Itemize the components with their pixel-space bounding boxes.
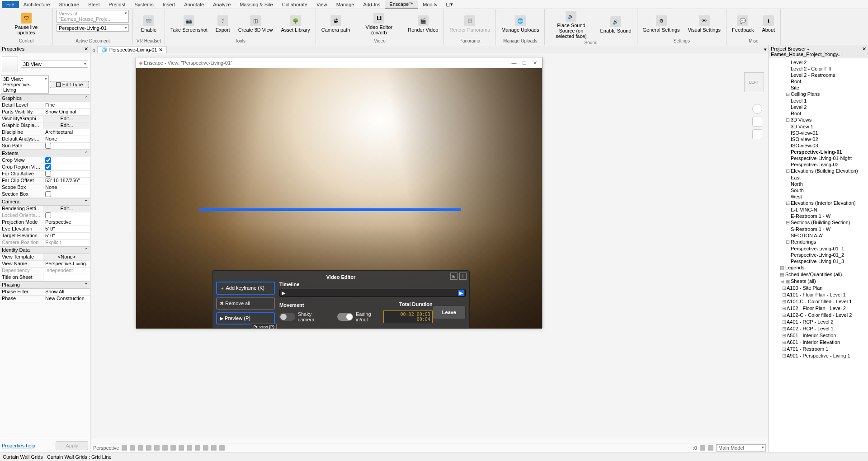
tree-node[interactable]: ⊞A101 - Floor Plan - Level 1 (769, 292, 868, 298)
prop-row[interactable]: Title on Sheet (0, 274, 90, 281)
prop-section-phasing[interactable]: Phasing⌃ (0, 281, 90, 289)
tree-node[interactable]: Roof (769, 110, 868, 117)
prop-row[interactable]: Projection ModePerspective (0, 219, 90, 226)
prop-section-extents[interactable]: Extents⌃ (0, 150, 90, 157)
vc-filter-icon[interactable] (700, 445, 705, 451)
vc-icon-6[interactable] (162, 445, 168, 451)
view-scope-combo[interactable]: 3D View: Perspective-Living (1, 75, 49, 94)
tree-node[interactable]: ⊞A701 - Restroom 1 (769, 346, 868, 353)
add-keyframe-button[interactable]: ＋ Add keyframe (K) (216, 282, 275, 295)
prop-row[interactable]: Phase FilterShow All (0, 289, 90, 296)
vc-icon-12[interactable] (211, 445, 217, 451)
tree-node[interactable]: ⊟Sections (Building Section) (769, 219, 868, 226)
screenshot-button[interactable]: 📷Take Screenshot (169, 14, 209, 33)
vc-icon-4[interactable] (146, 445, 151, 451)
tree-node[interactable]: ⊞A401 - RCP - Level 2 (769, 319, 868, 325)
enscape-window[interactable]: ◆ Enscape - View: "Perspective-Living-01… (136, 57, 542, 328)
nav-pan-icon[interactable] (752, 129, 762, 139)
views-combo[interactable]: Views of "Eames_House_Proje... (57, 10, 129, 23)
preview-button[interactable]: ▶ Preview (P) Preview (P) (216, 312, 275, 325)
win-min-icon[interactable]: — (509, 60, 519, 66)
tree-node[interactable]: E-LIVING-N (769, 207, 868, 213)
tab-options-icon[interactable]: ▾ (764, 47, 767, 52)
prop-row[interactable]: Default Analysis Di...None (0, 136, 90, 143)
prop-section-camera[interactable]: Camera⌃ (0, 198, 90, 206)
tree-node[interactable]: ⊞A501 - Interior Section (769, 332, 868, 339)
tree-node[interactable]: Perspective-Living-01_1 (769, 245, 868, 252)
tree-node[interactable]: Perspective-Living-01_3 (769, 258, 868, 264)
remove-all-button[interactable]: ✖ Remove all (216, 297, 275, 310)
apply-button[interactable]: Apply (56, 441, 88, 450)
tree-node[interactable]: Level 2 - Restrooms (769, 72, 868, 78)
tree-node[interactable]: ⊞A402 - RCP - Level 1 (769, 325, 868, 332)
enable-sound-button[interactable]: 🔊Enable Sound (598, 15, 633, 34)
tree-node[interactable]: ISO-view-02 (769, 136, 868, 142)
video-editor-toggle-button[interactable]: 🎞Video Editor (on/off) (356, 12, 401, 36)
place-sound-button[interactable]: 🔈Place Sound Source (on selected face) (548, 10, 594, 40)
prop-row[interactable]: Rendering SettingsEdit... (0, 206, 90, 212)
tree-node[interactable]: S-Restroom 1 - W (769, 226, 868, 232)
menu-tab-enscape-[interactable]: Enscape™ (385, 0, 418, 9)
prop-row[interactable]: Camera PositionExplicit (0, 240, 90, 246)
edit-type-button[interactable]: 🔲 Edit Type (50, 81, 90, 88)
shaky-camera-toggle[interactable] (279, 313, 295, 321)
tree-node[interactable]: West (769, 193, 868, 200)
prop-row[interactable]: Detail LevelFine (0, 102, 90, 109)
tree-node[interactable]: ⊟3D Views (769, 117, 868, 123)
current-view-combo[interactable]: Perspective-Living-01 (57, 24, 129, 32)
tree-node[interactable]: ▦Schedules/Quantities (all) (769, 271, 868, 278)
menu-tab-manage[interactable]: Manage (332, 1, 359, 8)
view-mode-label[interactable]: Perspective (93, 445, 119, 451)
tree-node[interactable]: ⊟Ceiling Plans (769, 91, 868, 98)
vc-icon-10[interactable] (195, 445, 200, 451)
view-cube[interactable]: LEFT (744, 72, 764, 92)
properties-help-link[interactable]: Properties help (2, 443, 35, 448)
timeline-end-marker[interactable]: ▶ (458, 290, 464, 296)
easing-toggle[interactable] (337, 313, 353, 321)
tree-node[interactable]: ⊞A100 - Site Plan (769, 285, 868, 292)
tree-node[interactable]: Roof (769, 78, 868, 85)
leave-button[interactable]: Leave (433, 306, 466, 319)
properties-close-icon[interactable]: ✕ (84, 46, 88, 52)
tree-node[interactable]: Perspective-Living-01-Night (769, 155, 868, 161)
vc-icon-5[interactable] (154, 445, 160, 451)
prop-row[interactable]: Graphic Display Op...Edit... (0, 122, 90, 129)
prop-row[interactable]: PhaseNew Construction (0, 296, 90, 302)
prop-row[interactable]: DependencyIndependent (0, 268, 90, 274)
vr-enable-button[interactable]: 🥽 Enable (139, 14, 158, 33)
win-max-icon[interactable]: ☐ (520, 60, 529, 66)
vc-icon-13[interactable] (219, 445, 225, 451)
timeline-play-icon[interactable]: ▶ (282, 290, 285, 296)
about-button[interactable]: ℹAbout (760, 14, 777, 33)
vc-icon-11[interactable] (203, 445, 208, 451)
menu-tab-steel[interactable]: Steel (84, 1, 104, 8)
prop-row[interactable]: Sun Path (0, 143, 90, 150)
tree-node[interactable]: ⊞A102-C - Color filled - Level 2 (769, 312, 868, 319)
tree-node[interactable]: Level 2 - Color Fill (769, 66, 868, 72)
tree-node[interactable]: ISO-view-01 (769, 130, 868, 136)
menu-tab-analyze[interactable]: Analyze (208, 1, 235, 8)
vc-icon-3[interactable] (138, 445, 143, 451)
tree-node[interactable]: ⊟▦Sheets (all) (769, 278, 868, 285)
win-close-icon[interactable]: ✕ (530, 60, 539, 66)
tree-node[interactable]: ⊟Elevations (Building Elevation) (769, 168, 868, 174)
prop-row[interactable]: Parts VisibilityShow Original (0, 109, 90, 116)
prop-row[interactable]: Target Elevation5' 0" (0, 233, 90, 240)
menu-tab-view[interactable]: View (312, 1, 332, 8)
prop-row[interactable]: Section Box (0, 191, 90, 198)
tree-node[interactable]: E-Restroom 1 - W (769, 213, 868, 219)
prop-row[interactable]: Crop View (0, 157, 90, 164)
tree-node[interactable]: ⊞A901 - Perspective - Living 1 (769, 353, 868, 359)
vc-icon-2[interactable] (130, 445, 135, 451)
general-settings-button[interactable]: ⚙General Settings (641, 14, 682, 33)
view-type-combo[interactable]: 3D View (21, 61, 88, 68)
tree-node[interactable]: Level 2 (769, 59, 868, 66)
menu-file[interactable]: File (2, 1, 19, 8)
prop-row[interactable]: View NamePerspective-Living-01 (0, 261, 90, 268)
tree-node[interactable]: 3D View 1 (769, 123, 868, 130)
tree-node[interactable]: Site (769, 85, 868, 91)
tree-node[interactable]: ISO-view-03 (769, 142, 868, 149)
manage-uploads-button[interactable]: 🌐Manage Uploads (500, 14, 541, 33)
tree-node[interactable]: South (769, 187, 868, 193)
camera-path-button[interactable]: 📽Camera path (320, 14, 352, 33)
